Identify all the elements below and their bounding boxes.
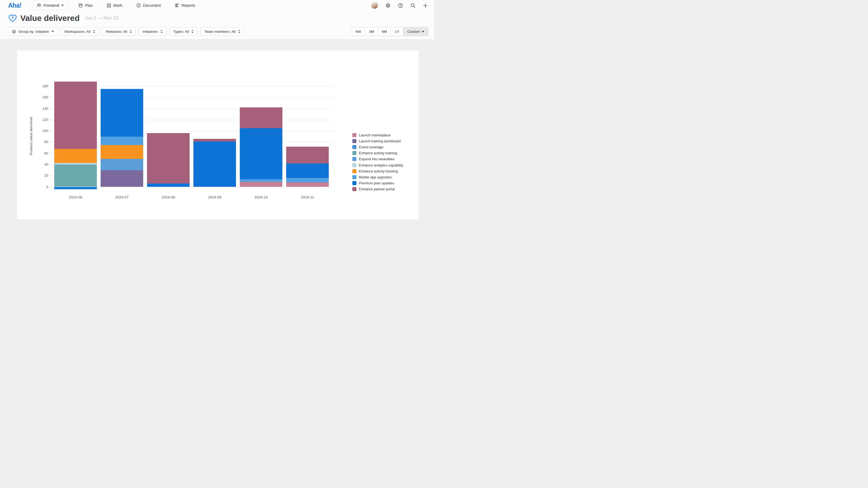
- x-axis-label: 2024-09: [193, 195, 236, 199]
- legend-swatch: [352, 151, 356, 155]
- filter-label: Releases: All: [106, 30, 127, 34]
- y-axis-tick-label: 40: [32, 162, 48, 166]
- custom-range-label: Custom: [407, 30, 420, 34]
- legend-item[interactable]: Enhance partner portal: [352, 186, 403, 192]
- bar-segment[interactable]: [286, 183, 329, 187]
- y-axis-tick-label: 100: [32, 129, 48, 133]
- legend-item[interactable]: Enhance analytics capability: [352, 162, 403, 168]
- filter-initiatives[interactable]: Initiatives: [138, 27, 166, 36]
- select-chips: Workspaces: AllReleases: AllInitiativesT…: [61, 27, 244, 36]
- chart-card: Product value delivered02040608010012014…: [17, 50, 419, 220]
- bar-segment[interactable]: [147, 184, 190, 187]
- nav-item-plan[interactable]: Plan: [79, 3, 93, 8]
- bar-segment[interactable]: [240, 182, 282, 187]
- filter-team-members-all[interactable]: Team members: All: [200, 27, 244, 36]
- bar-segment[interactable]: [54, 149, 97, 163]
- legend-item[interactable]: Enhance activity tracking: [352, 168, 403, 174]
- range-button-custom[interactable]: Custom: [403, 27, 428, 36]
- bar-segment[interactable]: [286, 178, 329, 183]
- avatar[interactable]: [371, 2, 378, 9]
- legend-swatch: [352, 163, 356, 167]
- bar-segment[interactable]: [101, 89, 143, 136]
- range-button-1y[interactable]: 1Y: [391, 27, 403, 36]
- range-button-6m[interactable]: 6M: [378, 27, 391, 36]
- team-icon: [37, 3, 41, 8]
- legend-item[interactable]: Event coverage: [352, 144, 403, 150]
- help-icon[interactable]: [398, 3, 403, 8]
- filter-releases-all[interactable]: Releases: All: [102, 27, 135, 36]
- nav-item-document[interactable]: Document: [136, 3, 161, 8]
- aha-logo[interactable]: Aha!: [8, 2, 22, 9]
- bar-segment[interactable]: [147, 133, 190, 184]
- bar-segment[interactable]: [286, 163, 329, 178]
- bar-segment[interactable]: [240, 107, 282, 128]
- nav-item-label: Document: [143, 3, 161, 8]
- report-bars-icon: [175, 3, 179, 7]
- nav-item-label: Reports: [182, 3, 195, 8]
- svg-text:#: #: [12, 15, 14, 20]
- y-axis-tick-label: 20: [32, 173, 48, 177]
- navbar-right: [371, 2, 428, 9]
- up-down-arrows-icon: [93, 30, 95, 33]
- workspace-label: Frontend: [43, 3, 59, 8]
- range-button-3m[interactable]: 3M: [365, 27, 378, 36]
- y-axis-title: Product value delivered: [29, 106, 33, 166]
- date-range: Jun 1 — Nov 13: [85, 15, 118, 21]
- search-icon[interactable]: [410, 3, 415, 8]
- chevron-down-icon: [61, 5, 64, 6]
- bar-segment[interactable]: [101, 145, 143, 159]
- plus-icon[interactable]: [423, 3, 428, 8]
- legend-item[interactable]: Enhance activity training: [352, 150, 403, 156]
- page: Aha! Frontend Plan: [0, 0, 434, 244]
- legend-swatch: [352, 145, 356, 149]
- legend-item[interactable]: Premium plan updates: [352, 180, 403, 186]
- y-axis-tick: [50, 109, 53, 109]
- legend-label: Premium plan updates: [359, 181, 394, 185]
- nav-items: Plan Work Document: [79, 3, 195, 8]
- nav-item-label: Work: [113, 3, 122, 8]
- legend-label: Event coverage: [359, 145, 383, 149]
- filter-workspaces-all[interactable]: Workspaces: All: [61, 27, 99, 36]
- bar-segment[interactable]: [54, 163, 97, 165]
- legend-swatch: [352, 139, 356, 143]
- y-axis-tick-label: 180: [32, 84, 48, 88]
- group-by-filter[interactable]: Group by: Initiative: [8, 27, 58, 36]
- bar-segment[interactable]: [101, 170, 143, 187]
- filter-types-all[interactable]: Types: All: [169, 27, 198, 36]
- up-down-arrows-icon: [238, 30, 240, 33]
- range-button-6w[interactable]: 6W: [352, 27, 365, 36]
- workspace-selector[interactable]: Frontend: [33, 1, 67, 10]
- x-axis-label: 2024-07: [101, 195, 143, 199]
- y-axis-tick-label: 80: [32, 140, 48, 144]
- bar-segment[interactable]: [193, 141, 236, 187]
- y-axis-tick-label: 140: [32, 106, 48, 110]
- filter-label: Workspaces: All: [65, 30, 91, 34]
- bar-segment[interactable]: [240, 179, 282, 182]
- bar-segment[interactable]: [101, 159, 143, 170]
- legend-item[interactable]: Expand into wearables: [352, 156, 403, 162]
- bar-segment[interactable]: [240, 128, 282, 179]
- nav-item-work[interactable]: Work: [107, 3, 122, 8]
- bar-segment[interactable]: [54, 187, 97, 189]
- bar-segment[interactable]: [54, 165, 97, 187]
- bar-segment[interactable]: [101, 137, 143, 145]
- y-axis-tick-label: 60: [32, 151, 48, 155]
- y-axis-tick-label: 0: [32, 185, 48, 189]
- filter-label: Types: All: [173, 30, 189, 34]
- legend-label: Enhance activity tracking: [359, 169, 398, 173]
- legend-item[interactable]: Launch marketplace: [352, 132, 403, 138]
- gear-icon[interactable]: [385, 3, 391, 8]
- nav-item-label: Plan: [85, 3, 93, 8]
- nav-item-reports[interactable]: Reports: [175, 3, 195, 8]
- legend-label: Enhance partner portal: [359, 187, 395, 191]
- legend-item[interactable]: Launch training dashboard: [352, 138, 403, 144]
- bar-segment[interactable]: [286, 147, 329, 163]
- legend-item[interactable]: Mobile app upgrades: [352, 174, 403, 180]
- bar-segment[interactable]: [54, 82, 97, 149]
- calendar-icon: [79, 3, 83, 8]
- up-down-arrows-icon: [160, 30, 163, 33]
- up-down-arrows-icon: [191, 30, 194, 33]
- bar-segment[interactable]: [193, 139, 236, 141]
- up-down-arrows-icon: [129, 30, 132, 33]
- caret-down-icon: [422, 31, 424, 33]
